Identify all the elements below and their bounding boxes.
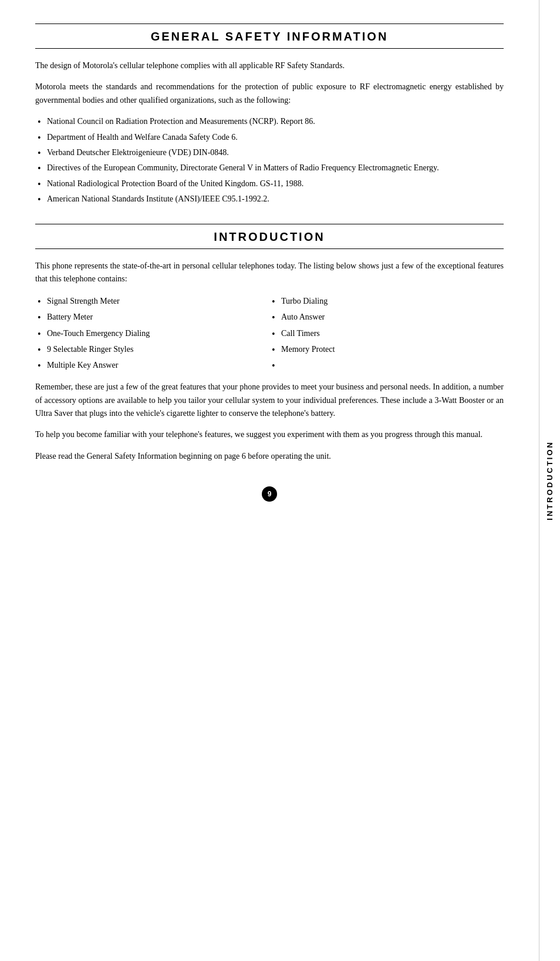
feature-item-empty xyxy=(269,358,504,372)
feature-item: Signal Strength Meter xyxy=(35,294,269,308)
general-safety-para2: Motorola meets the standards and recomme… xyxy=(35,80,504,107)
sidebar-tab: INTRODUCTION xyxy=(539,0,560,961)
bullet-item: Verband Deutscher Elektroigenieure (VDE)… xyxy=(35,146,504,159)
feature-item: Turbo Dialing xyxy=(269,294,504,308)
main-content: GENERAL SAFETY INFORMATION The design of… xyxy=(0,0,539,961)
general-safety-bullets: National Council on Radiation Protection… xyxy=(35,115,504,206)
introduction-title: INTRODUCTION xyxy=(35,230,504,244)
feature-item: One-Touch Emergency Dialing xyxy=(35,326,269,341)
general-safety-para1: The design of Motorola's cellular teleph… xyxy=(35,59,504,72)
intro-para2: Remember, these are just a few of the gr… xyxy=(35,381,504,420)
intro-rule-bottom xyxy=(35,248,504,249)
intro-rule-top xyxy=(35,224,504,224)
feature-item: Call Timers xyxy=(269,326,504,341)
bullet-item: National Council on Radiation Protection… xyxy=(35,115,504,128)
feature-item: Battery Meter xyxy=(35,310,269,324)
introduction-header: INTRODUCTION xyxy=(35,224,504,249)
general-safety-header: GENERAL SAFETY INFORMATION xyxy=(35,23,504,49)
bullet-item: National Radiological Protection Board o… xyxy=(35,177,504,190)
intro-para1: This phone represents the state-of-the-a… xyxy=(35,260,504,286)
title-rule-top xyxy=(35,23,504,24)
feature-item: Memory Protect xyxy=(269,342,504,357)
intro-para4: Please read the General Safety Informati… xyxy=(35,450,504,463)
page-number-container: 9 xyxy=(35,486,504,502)
page-number: 9 xyxy=(262,486,277,502)
bullet-item: American National Standards Institute (A… xyxy=(35,193,504,206)
bullet-item: Department of Health and Welfare Canada … xyxy=(35,131,504,144)
feature-item: 9 Selectable Ringer Styles xyxy=(35,342,269,357)
bullet-item: Directives of the European Community, Di… xyxy=(35,162,504,174)
general-safety-title: GENERAL SAFETY INFORMATION xyxy=(35,30,504,43)
sidebar-tab-label: INTRODUCTION xyxy=(545,441,554,520)
intro-para3: To help you become familiar with your te… xyxy=(35,428,504,441)
page: GENERAL SAFETY INFORMATION The design of… xyxy=(0,0,560,961)
feature-item: Multiple Key Answer xyxy=(35,358,269,372)
feature-item: Auto Answer xyxy=(269,310,504,324)
title-rule-bottom xyxy=(35,48,504,49)
introduction-section: INTRODUCTION This phone represents the s… xyxy=(35,224,504,463)
features-list: Signal Strength Meter Turbo Dialing Batt… xyxy=(35,294,504,372)
